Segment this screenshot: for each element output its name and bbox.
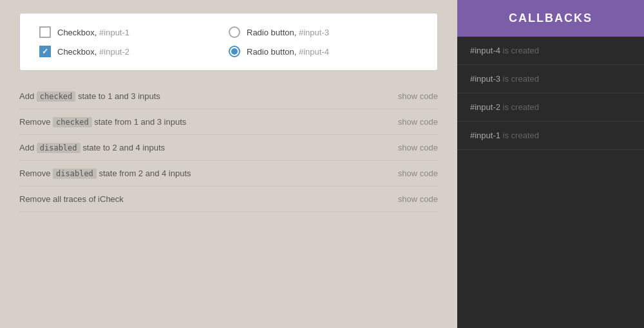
input-row-2: Checkbox, #input-2 [39, 46, 229, 57]
input-label-2: Checkbox, #input-2 [57, 47, 129, 57]
show-code-2[interactable]: show code [398, 117, 438, 127]
action-row-1: Add checked state to 1 and 3 inputs show… [19, 84, 438, 109]
action-row-5: Remove all traces of iCheck show code [19, 187, 438, 212]
action-row-2: Remove checked state from 1 and 3 inputs… [19, 109, 438, 135]
input-label-3: Radio button, #input-3 [247, 28, 329, 37]
callback-item-4: #input-4 is created [457, 37, 644, 65]
action-text-2: Remove checked state from 1 and 3 inputs [19, 117, 186, 127]
action-text-5: Remove all traces of iCheck [19, 194, 124, 204]
input-row-3: Radio button, #input-3 [229, 26, 418, 38]
action-list: Add checked state to 1 and 3 inputs show… [19, 84, 438, 212]
callback-item-1: #input-1 is created [457, 122, 644, 150]
callbacks-header: CALLBACKS [457, 0, 644, 37]
show-code-4[interactable]: show code [398, 169, 438, 178]
callback-item-3: #input-3 is created [457, 65, 644, 93]
checkbox-input-1[interactable] [39, 26, 51, 38]
show-code-1[interactable]: show code [398, 91, 438, 101]
radio-input-3[interactable] [229, 26, 240, 38]
action-text-4: Remove disabled state from 2 and 4 input… [19, 169, 191, 178]
input-label-4: Radio button, #input-4 [247, 47, 329, 57]
input-label-1: Checkbox, #input-1 [57, 28, 129, 37]
input-row-1: Checkbox, #input-1 [39, 26, 229, 38]
radio-input-4[interactable] [229, 46, 240, 57]
right-panel: CALLBACKS #input-4 is created #input-3 i… [457, 0, 644, 328]
action-text-1: Add checked state to 1 and 3 inputs [19, 91, 160, 101]
show-code-5[interactable]: show code [398, 194, 438, 204]
callback-item-2: #input-2 is created [457, 93, 644, 122]
show-code-3[interactable]: show code [398, 143, 438, 152]
action-row-4: Remove disabled state from 2 and 4 input… [19, 161, 438, 187]
action-text-3: Add disabled state to 2 and 4 inputs [19, 143, 165, 152]
callback-list: #input-4 is created #input-3 is created … [457, 37, 644, 150]
input-row-4: Radio button, #input-4 [229, 46, 418, 57]
left-panel: Checkbox, #input-1 Radio button, #input-… [0, 0, 457, 328]
demo-box: Checkbox, #input-1 Radio button, #input-… [19, 13, 438, 71]
checkbox-input-2[interactable] [39, 46, 51, 57]
action-row-3: Add disabled state to 2 and 4 inputs sho… [19, 135, 438, 161]
